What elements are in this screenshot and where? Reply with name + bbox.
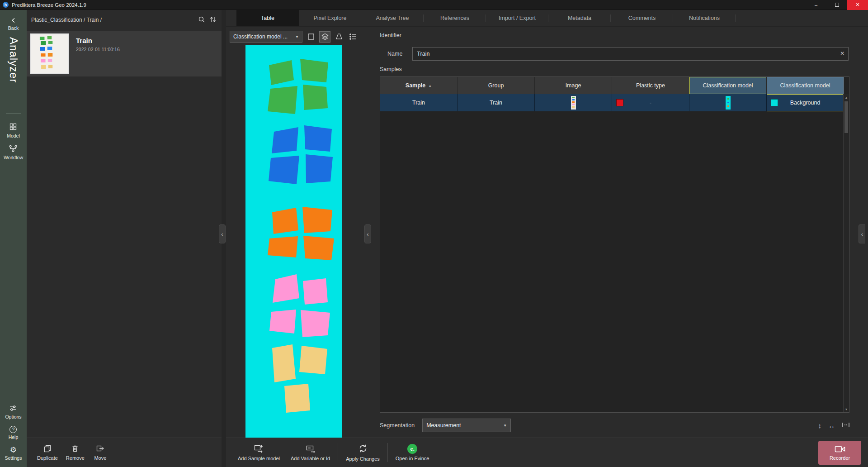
column-header-sample[interactable]: Sample▲ [380, 77, 458, 94]
viewer-toolbar: Classification model ... ▼ [230, 30, 363, 43]
segmentation-label: Segmentation [380, 422, 415, 429]
segmentation-row: Segmentation Measurement ▼ [380, 419, 511, 432]
duplicate-label: Duplicate [37, 455, 58, 461]
mode-sidebar: Back Analyzer Model Workflow Options [0, 10, 27, 467]
main-content: Table Pixel Explore Analyse Tree Referen… [226, 10, 868, 467]
help-icon: ? [9, 426, 17, 433]
back-button[interactable]: Back [8, 17, 19, 31]
close-button[interactable]: ✕ [847, 0, 868, 10]
remove-label: Remove [66, 455, 85, 461]
add-sample-model-icon [254, 444, 264, 454]
scroll-down-icon[interactable]: ▼ [844, 406, 849, 412]
column-header-plastic-type[interactable]: Plastic type [612, 77, 689, 94]
settings-button[interactable]: ⚙ Settings [5, 446, 22, 461]
help-button[interactable]: ? Help [9, 426, 19, 440]
move-icon [96, 444, 105, 453]
segmentation-dropdown[interactable]: Measurement ▼ [422, 419, 511, 432]
maximize-button[interactable] [826, 0, 847, 10]
collapse-right-handle[interactable]: ‹ [859, 224, 865, 243]
refresh-icon [358, 443, 368, 454]
toolbar-separator [338, 443, 338, 462]
add-variable-button[interactable]: Add Variable or Id [285, 444, 335, 461]
clear-icon[interactable]: ✕ [840, 50, 844, 57]
app-logo-icon: b [3, 2, 9, 8]
add-variable-icon [306, 444, 316, 454]
tab-pixel-explore[interactable]: Pixel Explore [299, 10, 361, 26]
table-row[interactable]: Train Train - [380, 94, 844, 111]
sort-ascending-icon: ▲ [428, 84, 432, 88]
measurement-list-item[interactable]: Train 2022-02-01 11:00:16 [27, 31, 222, 76]
measurement-meta: Train 2022-02-01 11:00:16 [76, 33, 120, 74]
column-header-classification-model-2[interactable]: Classification model [767, 77, 844, 94]
scroll-up-icon[interactable]: ▲ [844, 94, 849, 100]
help-label: Help [9, 434, 19, 440]
layers-button[interactable] [319, 31, 330, 43]
apply-changes-button[interactable]: Apply Changes [340, 443, 385, 462]
add-variable-label: Add Variable or Id [291, 456, 330, 461]
cell-sample[interactable]: Train [380, 94, 458, 111]
name-field-label: Name [387, 51, 402, 57]
column-width-icon[interactable] [842, 422, 850, 429]
tab-table[interactable]: Table [236, 10, 299, 26]
sidebar-item-model[interactable]: Model [7, 123, 20, 138]
measurement-thumbnail [30, 33, 69, 74]
settings-label: Settings [5, 455, 22, 461]
options-button[interactable]: Options [5, 405, 21, 419]
list-view-button[interactable] [347, 31, 359, 43]
measurement-timestamp: 2022-02-01 11:00:16 [76, 47, 120, 52]
table-scrollbar[interactable]: ▲ ▼ [843, 94, 849, 412]
search-icon[interactable] [198, 16, 205, 24]
breadcrumb-bar: Plastic_Classification / Train / [27, 10, 222, 27]
cell-group[interactable]: Train [458, 94, 535, 111]
breadcrumb[interactable]: Plastic_Classification / Train / [31, 17, 102, 23]
add-sample-model-button[interactable]: Add Sample model [232, 444, 285, 461]
window-controls: – ✕ [806, 0, 868, 10]
image-viewer-panel: Classification model ... ▼ [226, 27, 363, 438]
scrollbar-thumb[interactable] [844, 101, 848, 133]
plastic-type-color-swatch [616, 99, 623, 106]
measurement-toolbar: Duplicate Remove Move [27, 438, 222, 467]
cell-plastic-type[interactable]: - [612, 94, 689, 111]
tab-notifications[interactable]: Notifications [673, 10, 736, 26]
video-camera-icon [835, 445, 845, 454]
rectangle-view-button[interactable] [305, 31, 316, 43]
sort-icon[interactable] [210, 16, 216, 24]
sidebar-item-workflow[interactable]: Workflow [4, 145, 23, 160]
evince-icon: e. [407, 444, 417, 454]
collapse-left-panel-handle[interactable]: ‹ [219, 224, 226, 243]
move-button[interactable]: Move [89, 444, 112, 461]
samples-section-label: Samples [380, 66, 402, 72]
window-title: Prediktera Breeze Geo 2024.1.9 [12, 2, 86, 8]
options-label: Options [5, 414, 21, 419]
classification-overlay-image[interactable] [245, 45, 342, 438]
tab-import-export[interactable]: Import / Export [486, 10, 548, 26]
cell-classification-model-image[interactable] [689, 94, 767, 111]
overlay-model-dropdown[interactable]: Classification model ... ▼ [230, 31, 302, 43]
fit-height-icon[interactable]: ↕ [818, 422, 822, 429]
back-label: Back [8, 25, 19, 31]
minimize-button[interactable]: – [806, 0, 826, 10]
cell-image[interactable] [535, 94, 612, 111]
duplicate-button[interactable]: Duplicate [33, 444, 62, 461]
tab-metadata[interactable]: Metadata [548, 10, 611, 26]
collapse-viewer-handle[interactable]: ‹ [364, 224, 371, 243]
fit-width-icon[interactable]: ↔ [828, 422, 835, 429]
titlebar: b Prediktera Breeze Geo 2024.1.9 – ✕ [0, 0, 868, 10]
analyzer-mode-label: Analyzer [7, 37, 20, 105]
gear-icon: ⚙ [10, 446, 17, 454]
cell-classification-class[interactable]: Background [767, 94, 844, 111]
name-input[interactable] [412, 47, 849, 61]
tab-analyse-tree[interactable]: Analyse Tree [361, 10, 424, 26]
column-header-image[interactable]: Image [535, 77, 612, 94]
column-header-classification-model-1[interactable]: Classification model [689, 77, 767, 94]
cone-button[interactable] [333, 31, 344, 43]
tab-references[interactable]: References [424, 10, 486, 26]
recorder-button[interactable]: Recorder [818, 441, 861, 465]
model-label: Model [7, 133, 20, 138]
overlay-model-value: Classification model ... [233, 33, 288, 40]
trash-icon [71, 444, 79, 453]
remove-button[interactable]: Remove [62, 444, 89, 461]
tab-comments[interactable]: Comments [611, 10, 673, 26]
column-header-group[interactable]: Group [458, 77, 535, 94]
open-in-evince-button[interactable]: e. Open in Evince [390, 444, 435, 461]
